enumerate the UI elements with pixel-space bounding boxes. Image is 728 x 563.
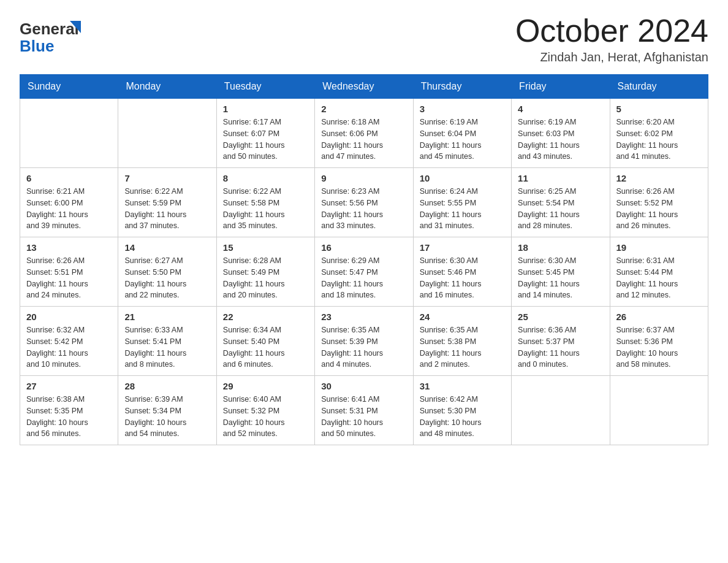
day-number: 28 — [124, 381, 210, 391]
calendar-cell — [512, 376, 610, 445]
calendar-cell: 26Sunrise: 6:37 AMSunset: 5:36 PMDayligh… — [610, 307, 708, 376]
day-number: 8 — [223, 173, 308, 183]
calendar-cell: 17Sunrise: 6:30 AMSunset: 5:46 PMDayligh… — [413, 237, 511, 307]
day-number: 21 — [124, 312, 210, 322]
day-number: 25 — [518, 312, 603, 322]
svg-text:Blue: Blue — [20, 37, 54, 55]
day-info: Sunrise: 6:38 AMSunset: 5:35 PMDaylight:… — [26, 394, 112, 440]
day-number: 9 — [321, 173, 406, 183]
day-number: 30 — [321, 381, 406, 391]
day-number: 27 — [26, 381, 112, 391]
calendar-cell — [610, 376, 708, 445]
day-info: Sunrise: 6:24 AMSunset: 5:55 PMDaylight:… — [420, 186, 505, 232]
day-info: Sunrise: 6:19 AMSunset: 6:04 PMDaylight:… — [420, 117, 505, 163]
calendar-cell: 20Sunrise: 6:32 AMSunset: 5:42 PMDayligh… — [20, 307, 118, 376]
day-number: 23 — [321, 312, 406, 322]
day-number: 10 — [420, 173, 505, 183]
day-info: Sunrise: 6:18 AMSunset: 6:06 PMDaylight:… — [321, 117, 406, 163]
calendar-cell: 3Sunrise: 6:19 AMSunset: 6:04 PMDaylight… — [413, 99, 511, 168]
week-row-2: 6Sunrise: 6:21 AMSunset: 6:00 PMDaylight… — [20, 168, 708, 237]
day-number: 19 — [616, 242, 702, 253]
day-number: 31 — [420, 381, 505, 391]
day-number: 5 — [616, 104, 702, 114]
day-info: Sunrise: 6:30 AMSunset: 5:45 PMDaylight:… — [518, 255, 603, 301]
calendar-cell: 21Sunrise: 6:33 AMSunset: 5:41 PMDayligh… — [118, 307, 216, 376]
calendar-cell: 30Sunrise: 6:41 AMSunset: 5:31 PMDayligh… — [315, 376, 413, 445]
calendar-cell: 28Sunrise: 6:39 AMSunset: 5:34 PMDayligh… — [118, 376, 216, 445]
day-number: 4 — [518, 104, 603, 114]
day-info: Sunrise: 6:41 AMSunset: 5:31 PMDaylight:… — [321, 394, 406, 440]
column-header-wednesday: Wednesday — [315, 75, 413, 99]
day-info: Sunrise: 6:23 AMSunset: 5:56 PMDaylight:… — [321, 186, 406, 232]
day-info: Sunrise: 6:22 AMSunset: 5:58 PMDaylight:… — [223, 186, 308, 232]
day-info: Sunrise: 6:29 AMSunset: 5:47 PMDaylight:… — [321, 255, 406, 301]
column-header-tuesday: Tuesday — [216, 75, 314, 99]
column-header-saturday: Saturday — [610, 75, 708, 99]
calendar-cell — [118, 99, 216, 168]
day-info: Sunrise: 6:34 AMSunset: 5:40 PMDaylight:… — [223, 324, 308, 370]
calendar-cell: 10Sunrise: 6:24 AMSunset: 5:55 PMDayligh… — [413, 168, 511, 237]
location-subtitle: Zindah Jan, Herat, Afghanistan — [515, 50, 708, 64]
calendar-cell: 22Sunrise: 6:34 AMSunset: 5:40 PMDayligh… — [216, 307, 314, 376]
day-number: 2 — [321, 104, 406, 114]
calendar-cell: 24Sunrise: 6:35 AMSunset: 5:38 PMDayligh… — [413, 307, 511, 376]
calendar-cell: 27Sunrise: 6:38 AMSunset: 5:35 PMDayligh… — [20, 376, 118, 445]
day-number: 26 — [616, 312, 702, 322]
calendar-cell: 14Sunrise: 6:27 AMSunset: 5:50 PMDayligh… — [118, 237, 216, 307]
svg-text:General: General — [20, 20, 79, 38]
day-number: 17 — [420, 242, 505, 253]
day-number: 7 — [124, 173, 210, 183]
day-info: Sunrise: 6:26 AMSunset: 5:51 PMDaylight:… — [26, 255, 112, 301]
day-info: Sunrise: 6:19 AMSunset: 6:03 PMDaylight:… — [518, 117, 603, 163]
day-info: Sunrise: 6:21 AMSunset: 6:00 PMDaylight:… — [26, 186, 112, 232]
calendar-cell: 29Sunrise: 6:40 AMSunset: 5:32 PMDayligh… — [216, 376, 314, 445]
day-number: 1 — [223, 104, 308, 114]
week-row-3: 13Sunrise: 6:26 AMSunset: 5:51 PMDayligh… — [20, 237, 708, 307]
column-header-friday: Friday — [512, 75, 610, 99]
calendar-cell: 11Sunrise: 6:25 AMSunset: 5:54 PMDayligh… — [512, 168, 610, 237]
day-info: Sunrise: 6:27 AMSunset: 5:50 PMDaylight:… — [124, 255, 210, 301]
title-section: October 2024 Zindah Jan, Herat, Afghanis… — [515, 15, 708, 64]
day-info: Sunrise: 6:37 AMSunset: 5:36 PMDaylight:… — [616, 324, 702, 370]
page-header: General Blue October 2024 Zindah Jan, He… — [20, 15, 708, 64]
calendar-cell: 8Sunrise: 6:22 AMSunset: 5:58 PMDaylight… — [216, 168, 314, 237]
calendar-cell: 31Sunrise: 6:42 AMSunset: 5:30 PMDayligh… — [413, 376, 511, 445]
day-info: Sunrise: 6:35 AMSunset: 5:38 PMDaylight:… — [420, 324, 505, 370]
day-number: 6 — [26, 173, 112, 183]
calendar-cell: 13Sunrise: 6:26 AMSunset: 5:51 PMDayligh… — [20, 237, 118, 307]
calendar-cell: 7Sunrise: 6:22 AMSunset: 5:59 PMDaylight… — [118, 168, 216, 237]
day-number: 11 — [518, 173, 603, 183]
calendar-cell: 18Sunrise: 6:30 AMSunset: 5:45 PMDayligh… — [512, 237, 610, 307]
week-row-4: 20Sunrise: 6:32 AMSunset: 5:42 PMDayligh… — [20, 307, 708, 376]
day-number: 13 — [26, 242, 112, 253]
day-number: 24 — [420, 312, 505, 322]
calendar-header: SundayMondayTuesdayWednesdayThursdayFrid… — [20, 75, 708, 99]
header-row: SundayMondayTuesdayWednesdayThursdayFrid… — [20, 75, 708, 99]
day-number: 12 — [616, 173, 702, 183]
day-number: 22 — [223, 312, 308, 322]
day-info: Sunrise: 6:26 AMSunset: 5:52 PMDaylight:… — [616, 186, 702, 232]
column-header-monday: Monday — [118, 75, 216, 99]
calendar-cell: 23Sunrise: 6:35 AMSunset: 5:39 PMDayligh… — [315, 307, 413, 376]
calendar-cell: 2Sunrise: 6:18 AMSunset: 6:06 PMDaylight… — [315, 99, 413, 168]
calendar-cell: 19Sunrise: 6:31 AMSunset: 5:44 PMDayligh… — [610, 237, 708, 307]
calendar-table: SundayMondayTuesdayWednesdayThursdayFrid… — [20, 74, 708, 445]
day-info: Sunrise: 6:36 AMSunset: 5:37 PMDaylight:… — [518, 324, 603, 370]
day-info: Sunrise: 6:28 AMSunset: 5:49 PMDaylight:… — [223, 255, 308, 301]
calendar-cell: 9Sunrise: 6:23 AMSunset: 5:56 PMDaylight… — [315, 168, 413, 237]
day-number: 14 — [124, 242, 210, 253]
day-info: Sunrise: 6:39 AMSunset: 5:34 PMDaylight:… — [124, 394, 210, 440]
month-title: October 2024 — [515, 15, 708, 47]
day-number: 29 — [223, 381, 308, 391]
calendar-cell: 5Sunrise: 6:20 AMSunset: 6:02 PMDaylight… — [610, 99, 708, 168]
day-number: 20 — [26, 312, 112, 322]
day-info: Sunrise: 6:25 AMSunset: 5:54 PMDaylight:… — [518, 186, 603, 232]
day-info: Sunrise: 6:42 AMSunset: 5:30 PMDaylight:… — [420, 394, 505, 440]
calendar-cell: 4Sunrise: 6:19 AMSunset: 6:03 PMDaylight… — [512, 99, 610, 168]
day-info: Sunrise: 6:17 AMSunset: 6:07 PMDaylight:… — [223, 117, 308, 163]
day-info: Sunrise: 6:40 AMSunset: 5:32 PMDaylight:… — [223, 394, 308, 440]
calendar-cell — [20, 99, 118, 168]
day-number: 15 — [223, 242, 308, 253]
calendar-cell: 6Sunrise: 6:21 AMSunset: 6:00 PMDaylight… — [20, 168, 118, 237]
calendar-cell: 16Sunrise: 6:29 AMSunset: 5:47 PMDayligh… — [315, 237, 413, 307]
